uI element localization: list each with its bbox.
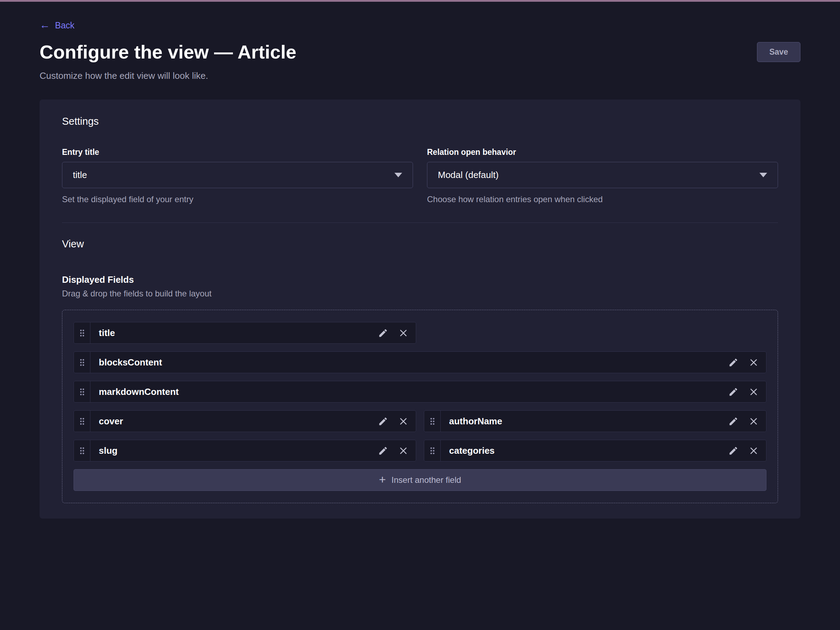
remove-field-button[interactable]: [399, 328, 408, 338]
close-icon: [399, 328, 408, 338]
field-label: categories: [449, 445, 494, 456]
pencil-icon: [728, 357, 738, 368]
entry-title-value: title: [73, 170, 87, 180]
field-label: cover: [99, 416, 123, 427]
field-actions: [378, 446, 416, 456]
drag-handle-icon: [79, 417, 85, 425]
pencil-icon: [378, 328, 388, 338]
close-icon: [399, 446, 408, 455]
close-icon: [399, 417, 408, 426]
field-card[interactable]: authorName: [424, 410, 766, 432]
drag-handle[interactable]: [74, 411, 90, 432]
back-link-label: Back: [55, 21, 74, 30]
displayed-fields-title: Displayed Fields: [62, 274, 778, 285]
chevron-down-icon: [759, 173, 767, 177]
pencil-icon: [728, 416, 738, 426]
drag-handle[interactable]: [74, 381, 90, 402]
settings-grid: Entry title title Set the displayed fiel…: [62, 147, 778, 204]
drag-handle-icon: [79, 329, 85, 337]
settings-heading: Settings: [62, 115, 778, 127]
field-actions: [728, 416, 766, 426]
field-label: slug: [99, 445, 117, 456]
field-card[interactable]: categories: [424, 440, 766, 461]
field-row: blocksContent: [74, 351, 766, 373]
edit-field-button[interactable]: [378, 416, 388, 426]
save-button[interactable]: Save: [757, 42, 801, 62]
field-row: slug categories: [74, 440, 766, 461]
fields-dropzone: title blocksContent: [62, 310, 778, 503]
relation-open-behavior-field: Relation open behavior Modal (default) C…: [427, 147, 778, 204]
field-actions: [728, 357, 766, 368]
displayed-fields-header: Displayed Fields Drag & drop the fields …: [62, 274, 778, 298]
remove-field-button[interactable]: [749, 387, 758, 396]
page-title: Configure the view — Article: [39, 41, 296, 63]
edit-field-button[interactable]: [378, 328, 388, 338]
drag-handle-icon: [79, 358, 85, 366]
drag-handle[interactable]: [74, 322, 90, 343]
drag-handle[interactable]: [424, 440, 441, 461]
field-row: markdownContent: [74, 381, 766, 403]
back-arrow-icon: ←: [39, 20, 50, 30]
field-row: cover authorName: [74, 410, 766, 432]
close-icon: [749, 358, 758, 367]
remove-field-button[interactable]: [749, 358, 758, 367]
close-icon: [749, 417, 758, 426]
drag-handle[interactable]: [74, 352, 90, 373]
plus-icon: +: [379, 474, 386, 485]
configuration-card: Settings Entry title title Set the displ…: [39, 99, 801, 519]
field-actions: [378, 416, 416, 426]
field-actions: [728, 387, 766, 397]
pencil-icon: [378, 416, 388, 426]
edit-field-button[interactable]: [728, 416, 738, 426]
field-card[interactable]: markdownContent: [74, 381, 766, 403]
remove-field-button[interactable]: [749, 417, 758, 426]
relation-open-behavior-select[interactable]: Modal (default): [427, 162, 778, 188]
field-label: title: [99, 328, 115, 338]
entry-title-label: Entry title: [62, 147, 413, 157]
remove-field-button[interactable]: [749, 446, 758, 455]
entry-title-hint: Set the displayed field of your entry: [62, 194, 413, 204]
field-actions: [728, 446, 766, 456]
field-card[interactable]: blocksContent: [74, 351, 766, 373]
drag-handle-icon: [79, 388, 85, 396]
pencil-icon: [728, 446, 738, 456]
remove-field-button[interactable]: [399, 446, 408, 455]
entry-title-select[interactable]: title: [62, 162, 413, 188]
header-row: Configure the view — Article Save: [39, 41, 801, 63]
drag-handle[interactable]: [74, 440, 90, 461]
pencil-icon: [728, 387, 738, 397]
view-heading: View: [62, 238, 778, 250]
pencil-icon: [378, 446, 388, 456]
back-link[interactable]: ← Back: [39, 20, 74, 30]
configure-view-page: ← Back Configure the view — Article Save…: [0, 2, 840, 519]
field-card[interactable]: title: [74, 322, 416, 344]
section-divider: [62, 223, 778, 223]
chevron-down-icon: [395, 173, 402, 177]
relation-open-behavior-value: Modal (default): [438, 170, 499, 180]
relation-open-behavior-hint: Choose how relation entries open when cl…: [427, 194, 778, 204]
fields-grid: title blocksContent: [74, 322, 766, 461]
edit-field-button[interactable]: [728, 446, 738, 456]
drag-handle-icon: [430, 447, 435, 455]
edit-field-button[interactable]: [728, 387, 738, 397]
field-label: blocksContent: [99, 357, 162, 368]
edit-field-button[interactable]: [378, 446, 388, 456]
drag-handle[interactable]: [424, 411, 441, 432]
close-icon: [749, 387, 758, 396]
edit-field-button[interactable]: [728, 357, 738, 368]
page-subtitle: Customize how the edit view will look li…: [39, 70, 801, 81]
relation-open-behavior-label: Relation open behavior: [427, 147, 778, 157]
drag-handle-icon: [79, 447, 85, 455]
close-icon: [749, 446, 758, 455]
field-row: title: [74, 322, 766, 344]
field-label: markdownContent: [99, 387, 178, 397]
insert-another-field-button[interactable]: + Insert another field: [74, 469, 766, 491]
displayed-fields-subtitle: Drag & drop the fields to build the layo…: [62, 289, 778, 298]
field-card[interactable]: cover: [74, 410, 416, 432]
entry-title-field: Entry title title Set the displayed fiel…: [62, 147, 413, 204]
drag-handle-icon: [430, 417, 435, 425]
field-actions: [378, 328, 416, 338]
remove-field-button[interactable]: [399, 417, 408, 426]
field-card[interactable]: slug: [74, 440, 416, 461]
insert-another-field-label: Insert another field: [392, 475, 461, 485]
